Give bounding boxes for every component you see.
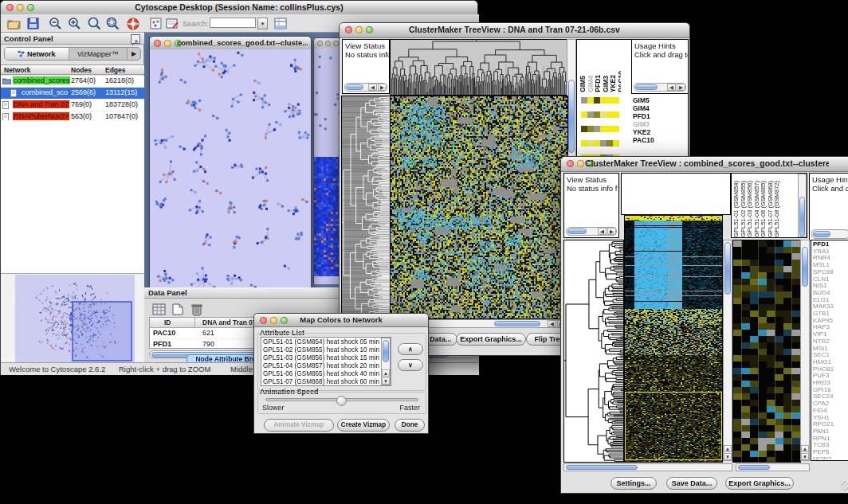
open-icon[interactable] [6, 16, 22, 31]
heatmap-canvas[interactable] [624, 215, 723, 463]
scroll-up-arrow[interactable]: ▲ [382, 369, 390, 377]
matrix-cell [607, 140, 613, 147]
network-view-canvas[interactable] [150, 49, 311, 287]
scroll-left-arrow[interactable]: ◀ [548, 320, 556, 327]
scroll-down-arrow[interactable]: ▼ [801, 453, 809, 460]
zoom-selected-icon[interactable] [86, 16, 102, 31]
column-dendrogram-area[interactable] [621, 173, 731, 215]
dialog-create-vizmap-button[interactable]: Create Vizmap [337, 419, 390, 432]
help-icon[interactable] [125, 16, 141, 31]
slider-thumb[interactable] [336, 396, 347, 406]
resize-grip[interactable] [841, 481, 848, 491]
dialog-done-button[interactable]: Done [395, 419, 425, 432]
move-down-button[interactable]: ∨ [398, 359, 423, 371]
gene-label[interactable]: MON2 [813, 456, 848, 459]
zoom-in-icon[interactable] [66, 16, 82, 31]
notes-icon[interactable] [164, 16, 180, 31]
scroll-down-arrow[interactable]: ▼ [382, 377, 390, 385]
close-button[interactable] [567, 160, 574, 167]
treeview2-column-labels: GPL51-01 (GSM854)GPL51-02 (GSM855)GPL51-… [733, 174, 797, 237]
new-attribute-icon[interactable] [170, 302, 186, 317]
minimize-button[interactable] [325, 41, 331, 46]
matrix-cell [587, 126, 594, 132]
edges-count: 13112(15) [105, 88, 137, 96]
tab-overflow-arrow[interactable]: ▶ [127, 48, 140, 60]
treeview2-titlebar[interactable]: ClusterMaker TreeView : combined_scores_… [561, 157, 848, 172]
matrix-cell [600, 97, 607, 104]
attribute-list-scrollbar[interactable]: ▲ ▼ [381, 338, 391, 385]
network-list-row[interactable]: combined_scores2764(0)16218(0) [1, 76, 144, 88]
scroll-right-arrow[interactable]: ▶ [378, 84, 387, 91]
search-label: Search: [183, 19, 209, 28]
slower-label: Slower [262, 404, 285, 412]
tab-vizmapper[interactable]: VizMapper™ [69, 48, 127, 60]
nodes-count: 769(0) [71, 100, 92, 108]
scroll-right-arrow[interactable]: ▶ [607, 228, 616, 235]
attribute-browser-icon[interactable] [273, 16, 289, 31]
attribute-list-item[interactable]: GPL51-06 (GSM865) heat shock 40 min [263, 370, 391, 378]
zoom-vscrollbar[interactable]: ▲ ▼ [800, 240, 810, 461]
attribute-list-item[interactable]: GPL51-01 (GSM854) heat shock 05 min [263, 338, 391, 346]
nodes-count: 2764(0) [71, 76, 96, 84]
attribute-list[interactable]: GPL51-01 (GSM854) heat shock 05 minGPL51… [261, 337, 391, 386]
treeview1-export-graphics-button[interactable]: Export Graphics... [456, 333, 526, 346]
delete-attribute-icon[interactable] [189, 302, 205, 317]
animation-speed-slider[interactable] [265, 398, 418, 401]
labels-vscrollbar[interactable] [798, 174, 807, 237]
view-status-scrollbar[interactable]: ◀ ▶ [566, 227, 617, 236]
control-panel-title: Control Panel [4, 34, 53, 43]
zoom-fit-icon[interactable] [104, 16, 120, 31]
column-dendrogram-canvas[interactable] [390, 39, 568, 96]
column-label: GPL51-02 (GSM855) [740, 181, 747, 237]
scroll-left-arrow[interactable]: ◀ [368, 84, 377, 91]
minimize-button[interactable] [577, 160, 584, 167]
main-titlebar[interactable]: Cytoscape Desktop (Session Name: collins… [1, 1, 477, 15]
birdseye-canvas[interactable] [15, 275, 135, 362]
usage-hints-scrollbar[interactable]: ◀ ▶ [634, 83, 686, 92]
dialog-titlebar[interactable]: Map Colors to Network [254, 314, 428, 327]
treeview1-titlebar[interactable]: ClusterMaker TreeView : DNA and Tran 07-… [340, 23, 689, 38]
scroll-up-arrow[interactable]: ▲ [801, 445, 809, 452]
zoom-hscrollbar[interactable] [736, 463, 810, 471]
close-button[interactable] [317, 41, 323, 46]
usage-hints-scrollbar[interactable] [811, 229, 848, 239]
correlation-matrix[interactable] [581, 97, 619, 135]
save-icon[interactable] [25, 16, 41, 31]
close-button[interactable] [154, 40, 161, 47]
attribute-list-item[interactable]: GPL51-02 (GSM855) heat shock 10 min [263, 346, 391, 354]
heatmap-canvas[interactable] [390, 96, 568, 319]
annotation-icon[interactable] [147, 16, 163, 31]
treeview2-save-data-button[interactable]: Save Data... [666, 477, 717, 490]
row-dendrogram-canvas[interactable] [563, 240, 624, 463]
scroll-left-arrow[interactable]: ◀ [598, 228, 607, 235]
heatmap-hscrollbar[interactable] [563, 463, 732, 471]
minimize-button[interactable] [164, 40, 171, 47]
network-list-row[interactable]: combined_sco2569(6)13112(15) [1, 88, 144, 100]
zoom-heatmap-canvas[interactable] [732, 240, 801, 463]
attribute-list-item[interactable]: GPL51-04 (GSM857) heat shock 20 min [263, 362, 391, 370]
attribute-list-item[interactable]: GPL51-03 (GSM856) heat shock 15 min [263, 354, 391, 362]
scroll-down-arrow[interactable]: ▼ [724, 453, 732, 460]
heatmap-vscrollbar[interactable]: ▲ ▼ [723, 240, 732, 461]
search-input[interactable] [210, 18, 256, 28]
attribute-select-icon[interactable] [151, 302, 167, 317]
move-up-button[interactable]: ∧ [398, 343, 423, 355]
scroll-up-arrow[interactable]: ▲ [724, 445, 732, 452]
scroll-right-arrow[interactable]: ▶ [677, 84, 685, 91]
network-list-row[interactable]: DNA and Tran 07769(0)183728(0) [1, 100, 144, 111]
zoom-out-icon[interactable] [47, 16, 63, 31]
column-label: GIM5 [579, 76, 587, 92]
view-status-scrollbar[interactable]: ◀ ▶ [344, 83, 387, 92]
treeview2-settings-button[interactable]: Settings... [610, 477, 657, 490]
tab-network[interactable]: Network [5, 48, 69, 60]
attribute-list-item[interactable]: GPL51-07 (GSM868) heat shock 60 min [263, 378, 391, 386]
network-tab-icon [18, 50, 25, 57]
zoom-button[interactable] [333, 41, 339, 46]
column-label: GPL51-07 (GSM868) [768, 181, 774, 237]
treeview2-export-graphics-button[interactable]: Export Graphics... [725, 477, 794, 490]
search-dropdown-button[interactable]: ▾ [257, 18, 268, 29]
float-panel-icon[interactable] [131, 34, 140, 44]
column-label: GIM3 [603, 76, 610, 92]
scroll-left-arrow[interactable]: ◀ [667, 84, 676, 91]
row-dendrogram-canvas[interactable] [341, 96, 391, 319]
